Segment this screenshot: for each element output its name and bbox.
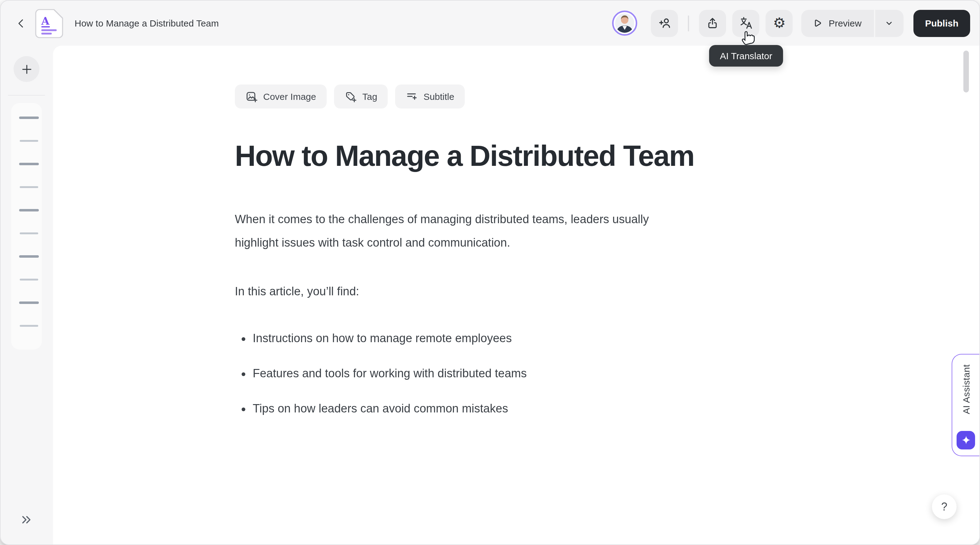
article-intro-line[interactable]: In this article, you’ll find:	[235, 280, 789, 303]
chevron-down-icon	[884, 18, 895, 29]
outline-dash[interactable]	[20, 325, 38, 327]
article-heading[interactable]: How to Manage a Distributed Team	[235, 137, 728, 174]
translate-icon	[739, 16, 753, 30]
cover-image-icon	[245, 90, 258, 103]
preview-split-button: Preview	[802, 10, 904, 37]
outline-dash[interactable]	[20, 233, 38, 234]
preview-label: Preview	[829, 18, 862, 29]
person-plus-icon	[658, 16, 672, 30]
settings-button[interactable]: ⚙	[766, 10, 793, 37]
topbar-actions: AI Translator ⚙ Preview	[612, 10, 979, 37]
topbar: A How to Manage a Distributed Team	[1, 1, 979, 46]
svg-text:A: A	[41, 14, 49, 27]
outline-dash[interactable]	[19, 163, 39, 165]
cover-image-label: Cover Image	[263, 91, 316, 102]
topbar-left: A How to Manage a Distributed Team	[1, 8, 612, 38]
preview-button[interactable]: Preview	[802, 10, 874, 37]
add-collaborator-button[interactable]	[651, 10, 678, 37]
share-icon	[706, 16, 719, 30]
ai-assistant-tab[interactable]: AI Assistant	[951, 354, 979, 456]
subtitle-button[interactable]: Subtitle	[395, 84, 465, 108]
ai-translator-tooltip: AI Translator	[710, 45, 783, 66]
play-icon	[812, 18, 822, 29]
cover-image-button[interactable]: Cover Image	[235, 84, 327, 108]
tag-label: Tag	[363, 91, 377, 102]
avatar[interactable]	[612, 11, 638, 36]
help-button[interactable]: ?	[932, 494, 956, 519]
paragraph-line: highlight issues with task control and c…	[235, 231, 789, 255]
subtitle-label: Subtitle	[423, 91, 454, 102]
topbar-divider	[688, 15, 689, 31]
tag-button[interactable]: Tag	[334, 84, 388, 108]
document-editor: Cover Image Tag	[235, 46, 789, 432]
publish-button[interactable]: Publish	[913, 10, 970, 37]
ai-sparkle-icon	[956, 431, 975, 449]
avatar-image	[612, 11, 638, 36]
bullet-item[interactable]: Tips on how leaders can avoid common mis…	[253, 397, 789, 421]
outline-dash-list	[19, 116, 39, 348]
double-chevron-right-icon	[20, 513, 33, 526]
outline-dash[interactable]	[19, 209, 39, 212]
outline-dash[interactable]	[19, 255, 39, 258]
plus-icon	[20, 62, 33, 75]
document-logo-icon: A	[35, 8, 64, 38]
tag-icon	[345, 90, 357, 103]
chevron-left-icon	[15, 17, 27, 29]
outline-dash[interactable]	[20, 140, 38, 142]
app-window: A How to Manage a Distributed Team	[0, 0, 980, 545]
outline-dash[interactable]	[20, 186, 38, 188]
outline-dash[interactable]	[19, 301, 39, 304]
expand-sidebar-button[interactable]	[17, 510, 37, 530]
sidebar	[1, 46, 53, 544]
share-button[interactable]	[699, 10, 726, 37]
preview-dropdown-button[interactable]	[875, 10, 904, 37]
back-button[interactable]	[11, 13, 32, 33]
article-bullet-list: Instructions on how to manage remote emp…	[235, 327, 789, 421]
ai-translator-button[interactable]: AI Translator	[733, 10, 760, 37]
gear-icon: ⚙	[773, 16, 786, 30]
article-paragraph[interactable]: When it comes to the challenges of manag…	[235, 208, 789, 255]
editor-panel: Cover Image Tag	[53, 46, 979, 544]
paragraph-line: When it comes to the challenges of manag…	[235, 208, 789, 231]
page-title: How to Manage a Distributed Team	[75, 18, 219, 29]
bullet-item[interactable]: Features and tools for working with dist…	[253, 362, 789, 385]
ai-assistant-label: AI Assistant	[961, 364, 971, 414]
sidebar-divider	[8, 95, 45, 96]
outline-dash[interactable]	[20, 279, 38, 280]
add-block-button[interactable]	[14, 56, 40, 82]
document-meta-actions: Cover Image Tag	[235, 84, 789, 108]
bullet-item[interactable]: Instructions on how to manage remote emp…	[253, 327, 789, 350]
scrollbar-thumb[interactable]	[963, 51, 969, 92]
stage: A How to Manage a Distributed Team	[0, 0, 980, 545]
outline-dash[interactable]	[19, 116, 39, 119]
subtitle-icon	[406, 90, 418, 103]
